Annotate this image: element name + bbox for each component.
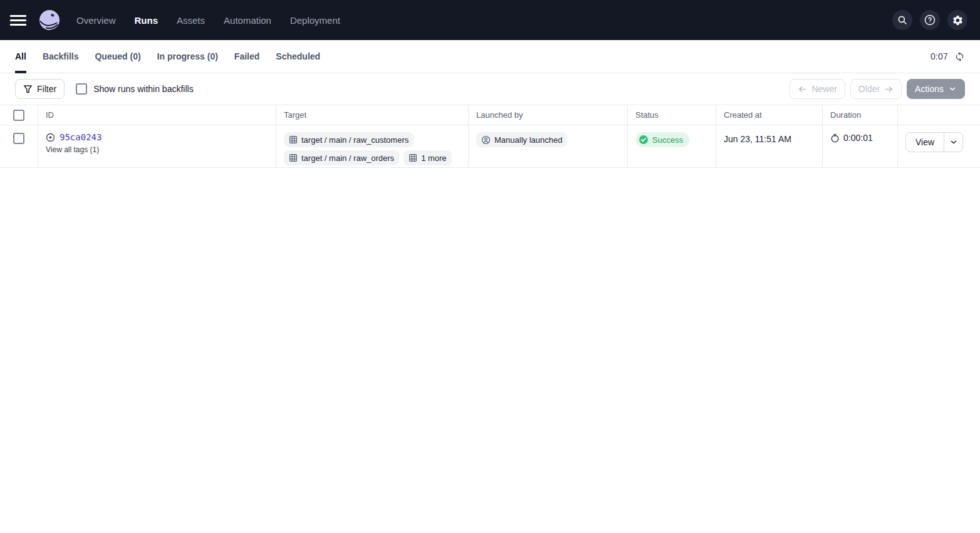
view-run-label[interactable]: View [906, 133, 944, 152]
filter-button-label: Filter [37, 84, 56, 94]
tab-scheduled[interactable]: Scheduled [276, 40, 320, 73]
table-icon [289, 153, 298, 162]
table-header-row: ID Target Launched by Status Created at … [0, 105, 980, 125]
column-header-duration: Duration [822, 105, 897, 125]
runs-table: ID Target Launched by Status Created at … [0, 105, 980, 168]
older-button-label: Older [858, 84, 880, 94]
nav-item-overview[interactable]: Overview [76, 15, 116, 26]
tab-all[interactable]: All [15, 40, 26, 73]
launched-by-label: Manually launched [494, 135, 562, 145]
actions-button-label: Actions [915, 84, 944, 94]
duration-value: 0:00:01 [843, 133, 873, 143]
chevron-down-icon [949, 138, 958, 147]
tab-in-progress[interactable]: In progress (0) [157, 40, 218, 73]
search-icon [897, 14, 908, 26]
settings-icon [952, 14, 964, 26]
column-header-id: ID [38, 105, 276, 125]
targets-more-chip[interactable]: 1 more [404, 150, 451, 165]
older-button[interactable]: Older [850, 79, 902, 99]
run-status-dot-icon [46, 133, 55, 142]
filter-icon [23, 85, 33, 94]
table-icon [289, 135, 298, 144]
target-chip[interactable]: target / main / raw_customers [284, 132, 414, 147]
run-filter-tabs: All Backfills Queued (0) In progress (0)… [15, 40, 320, 73]
column-header-actions [897, 105, 980, 125]
target-chip-label: target / main / raw_orders [301, 153, 394, 163]
column-header-target: Target [276, 105, 468, 125]
tab-queued[interactable]: Queued (0) [95, 40, 140, 73]
show-backfills-toggle[interactable]: Show runs within backfills [76, 83, 194, 95]
run-id-link[interactable]: 95ca0243 [60, 132, 102, 142]
check-circle-icon [639, 135, 649, 145]
launched-by-chip[interactable]: Manually launched [476, 132, 567, 147]
chevron-down-icon [948, 85, 957, 93]
newer-button-label: Newer [811, 84, 837, 94]
nav-item-automation[interactable]: Automation [224, 15, 271, 26]
nav-item-assets[interactable]: Assets [177, 15, 205, 26]
show-backfills-label: Show runs within backfills [93, 84, 194, 94]
top-navigation: Overview Runs Assets Automation Deployme… [0, 0, 980, 40]
search-button[interactable] [892, 10, 912, 30]
timer-icon [830, 133, 840, 143]
runs-tab-bar: All Backfills Queued (0) In progress (0)… [0, 40, 980, 73]
menu-icon[interactable] [10, 9, 33, 31]
filter-button[interactable]: Filter [15, 79, 65, 99]
refresh-icon[interactable] [954, 51, 965, 62]
dagster-logo[interactable] [39, 9, 60, 31]
nav-item-deployment[interactable]: Deployment [290, 15, 340, 26]
primary-nav: Overview Runs Assets Automation Deployme… [76, 15, 340, 26]
show-backfills-checkbox[interactable] [76, 83, 87, 95]
refresh-countdown: 0:07 [930, 51, 948, 61]
arrow-left-icon [798, 85, 807, 94]
help-icon [924, 14, 936, 26]
view-run-button[interactable]: View [905, 132, 963, 152]
select-all-checkbox[interactable] [13, 110, 24, 121]
column-header-created-at: Created at [716, 105, 822, 125]
row-select-checkbox[interactable] [13, 133, 24, 144]
help-button[interactable] [920, 10, 940, 30]
tab-backfills[interactable]: Backfills [43, 40, 79, 73]
table-row: 95ca0243 View all tags (1) target / [0, 125, 980, 168]
nav-item-runs[interactable]: Runs [135, 15, 159, 26]
view-run-caret[interactable] [944, 133, 962, 152]
view-all-tags-link[interactable]: View all tags (1) [46, 145, 102, 154]
runs-toolbar: Filter Show runs within backfills Newer … [0, 73, 980, 105]
status-badge: Success [635, 132, 689, 147]
settings-button[interactable] [947, 10, 967, 30]
target-chip[interactable]: target / main / raw_orders [284, 150, 399, 165]
table-icon [409, 153, 417, 162]
actions-button[interactable]: Actions [907, 79, 965, 99]
created-at-value: Jun 23, 11:51 AM [724, 132, 791, 144]
target-chip-label: target / main / raw_customers [301, 135, 409, 145]
topnav-actions [892, 10, 967, 30]
tab-failed[interactable]: Failed [234, 40, 259, 73]
targets-more-label: 1 more [421, 153, 446, 163]
column-header-status: Status [627, 105, 716, 125]
newer-button[interactable]: Newer [790, 79, 845, 99]
user-icon [481, 135, 491, 145]
arrow-right-icon [884, 85, 894, 94]
column-header-launched-by: Launched by [468, 105, 627, 125]
status-label: Success [652, 135, 683, 145]
